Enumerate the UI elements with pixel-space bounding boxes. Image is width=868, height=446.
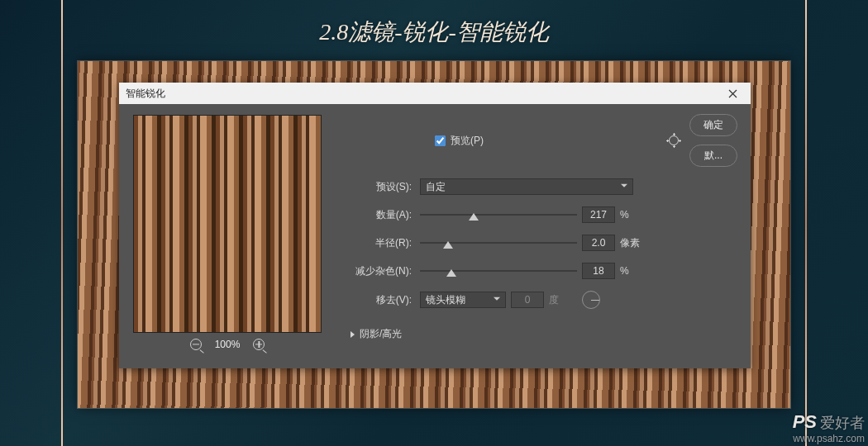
watermark: PS爱好者 www.psahz.com <box>793 411 865 444</box>
shadows-highlights-expander[interactable]: 阴影/高光 <box>351 327 741 341</box>
noise-label: 减少杂色(N): <box>336 264 415 278</box>
preview-checkbox-wrap[interactable]: 预览(P) <box>435 134 484 148</box>
gear-icon[interactable] <box>668 135 680 146</box>
radius-slider[interactable] <box>420 237 577 249</box>
preview-checkbox[interactable] <box>435 135 446 146</box>
noise-input[interactable]: 18 <box>582 263 615 279</box>
zoom-in-icon[interactable] <box>253 339 265 350</box>
amount-slider[interactable] <box>420 209 577 221</box>
remove-label: 移去(V): <box>336 293 415 307</box>
expander-label: 阴影/高光 <box>360 327 402 341</box>
zoom-out-icon[interactable] <box>190 339 202 350</box>
remove-value: 镜头模糊 <box>426 293 465 307</box>
remove-select[interactable]: 镜头模糊 <box>420 292 506 308</box>
close-button[interactable] <box>721 86 744 101</box>
preview-checkbox-label: 预览(P) <box>451 134 484 148</box>
noise-slider[interactable] <box>420 265 577 277</box>
angle-unit: 度 <box>549 293 570 307</box>
angle-input: 0 <box>511 292 544 308</box>
amount-input[interactable]: 217 <box>582 206 615 223</box>
chevron-right-icon <box>351 331 355 338</box>
angle-dial[interactable] <box>582 291 600 309</box>
radius-input[interactable]: 2.0 <box>582 235 615 251</box>
cancel-button[interactable]: 默... <box>689 145 737 167</box>
zoom-value: 100% <box>215 339 241 350</box>
amount-label: 数量(A): <box>336 208 415 222</box>
preset-value: 自定 <box>426 180 446 194</box>
noise-unit: % <box>620 265 641 277</box>
ok-button[interactable]: 确定 <box>689 114 737 136</box>
radius-unit: 像素 <box>620 236 641 250</box>
page-title: 2.8滤镜-锐化-智能锐化 <box>0 17 868 48</box>
preset-select[interactable]: 自定 <box>420 178 633 195</box>
preset-label: 预设(S): <box>336 180 415 194</box>
smart-sharpen-dialog: 智能锐化 100% 预览(P) 确定 默... <box>119 83 751 368</box>
amount-unit: % <box>620 209 641 221</box>
dialog-title: 智能锐化 <box>126 87 165 101</box>
preview-image <box>134 116 321 332</box>
dialog-titlebar: 智能锐化 <box>119 83 751 104</box>
radius-label: 半径(R): <box>336 236 415 250</box>
